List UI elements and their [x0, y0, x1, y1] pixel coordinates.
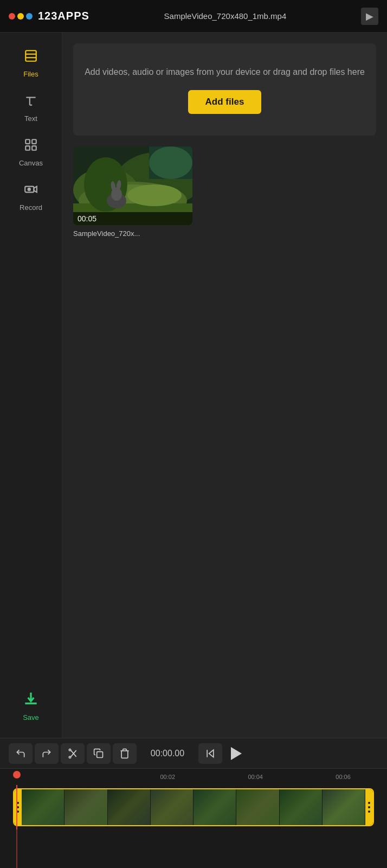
svg-rect-4 [32, 139, 36, 144]
rewind-button[interactable] [198, 743, 222, 764]
timecode-display: 00:00.00 [143, 749, 192, 758]
sidebar-item-record-label: Record [20, 203, 42, 212]
sidebar-item-files[interactable]: Files [0, 41, 62, 86]
dot-red [9, 13, 15, 20]
svg-rect-6 [32, 146, 36, 150]
save-button[interactable]: Save [0, 681, 62, 729]
header-right-button[interactable]: ▶ [361, 8, 378, 25]
sidebar-item-canvas[interactable]: Canvas [0, 130, 62, 175]
ruler-mark-6: 00:06 [299, 774, 387, 780]
add-files-button[interactable]: Add files [188, 90, 262, 114]
play-triangle-icon [231, 747, 242, 760]
video-item[interactable]: 00:05 SampleVideo_720x... [73, 146, 192, 238]
sidebar: Files Text Canvas [0, 33, 62, 738]
svg-rect-5 [25, 146, 30, 150]
main-layout: Files Text Canvas [0, 33, 387, 738]
svg-point-26 [69, 756, 70, 758]
ruler-mark-2: 00:02 [124, 774, 211, 780]
video-duration: 00:05 [78, 214, 96, 223]
svg-point-25 [149, 146, 192, 179]
drop-zone-text: Add videos, audio or images from your de… [84, 65, 365, 79]
track-handle-right[interactable] [365, 789, 373, 825]
bottom-section: 00:00.00 00:02 00:04 00:06 [0, 738, 387, 868]
sidebar-item-text-label: Text [24, 114, 37, 123]
svg-marker-8 [34, 187, 36, 193]
track-frame-7 [280, 789, 322, 825]
svg-point-27 [69, 749, 70, 750]
track-frame-6 [236, 789, 279, 825]
track-frame-5 [194, 789, 236, 825]
canvas-icon [24, 138, 38, 156]
delete-button[interactable] [113, 743, 137, 764]
undo-button[interactable] [9, 743, 33, 764]
play-button[interactable] [224, 743, 248, 764]
track-handle-left[interactable] [14, 789, 22, 825]
timeline-empty-space [0, 829, 387, 868]
svg-rect-0 [25, 50, 36, 61]
handle-dot-r2 [368, 806, 370, 808]
record-icon [24, 182, 38, 200]
dot-yellow [17, 13, 24, 20]
track-frame-3 [108, 789, 151, 825]
timeline-ruler: 00:02 00:04 00:06 [0, 769, 387, 785]
header-filename: SampleVideo_720x480_1mb.mp4 [164, 11, 287, 21]
copy-button[interactable] [87, 743, 111, 764]
track-frames [22, 789, 365, 825]
timeline-track[interactable] [13, 788, 374, 826]
track-frame-1 [22, 789, 64, 825]
sidebar-item-files-label: Files [23, 70, 38, 78]
drop-zone: Add videos, audio or images from your de… [73, 43, 376, 136]
track-frame-2 [64, 789, 107, 825]
timeline-playhead-line [16, 785, 17, 829]
logo-dots [9, 13, 33, 20]
sidebar-item-canvas-label: Canvas [19, 159, 43, 167]
save-label: Save [23, 713, 39, 722]
redo-button[interactable] [35, 743, 59, 764]
logo-area: 123APPS [9, 10, 89, 22]
video-filename: SampleVideo_720x... [73, 229, 192, 238]
header: 123APPS SampleVideo_720x480_1mb.mp4 ▶ [0, 0, 387, 33]
sidebar-item-text[interactable]: Text [0, 86, 62, 130]
dot-blue [26, 13, 33, 20]
svg-rect-3 [25, 139, 30, 144]
svg-point-9 [28, 188, 30, 190]
svg-marker-31 [209, 750, 214, 757]
controls-bar: 00:00.00 [0, 738, 387, 769]
svg-rect-30 [97, 751, 103, 757]
video-duration-overlay: 00:05 [73, 212, 192, 225]
playhead-line-extend [16, 829, 17, 868]
cut-button[interactable] [61, 743, 85, 764]
files-icon [24, 49, 38, 67]
track-frame-8 [322, 789, 365, 825]
logo-text: 123APPS [38, 10, 89, 22]
handle-dot-r3 [368, 810, 370, 813]
ruler-marks: 00:02 00:04 00:06 [13, 774, 387, 780]
video-thumbnail: 00:05 [73, 146, 192, 225]
text-icon [24, 93, 38, 111]
timeline-playhead-marker [13, 771, 21, 778]
ruler-mark-4: 00:04 [211, 774, 299, 780]
content-area: Add videos, audio or images from your de… [62, 33, 387, 738]
sidebar-bottom: Save [0, 681, 62, 729]
save-icon [22, 689, 40, 710]
svg-point-19 [127, 184, 182, 206]
track-frame-4 [151, 789, 194, 825]
timeline-track-container [0, 785, 387, 829]
sidebar-item-record[interactable]: Record [0, 175, 62, 219]
handle-dot-r1 [368, 802, 370, 804]
